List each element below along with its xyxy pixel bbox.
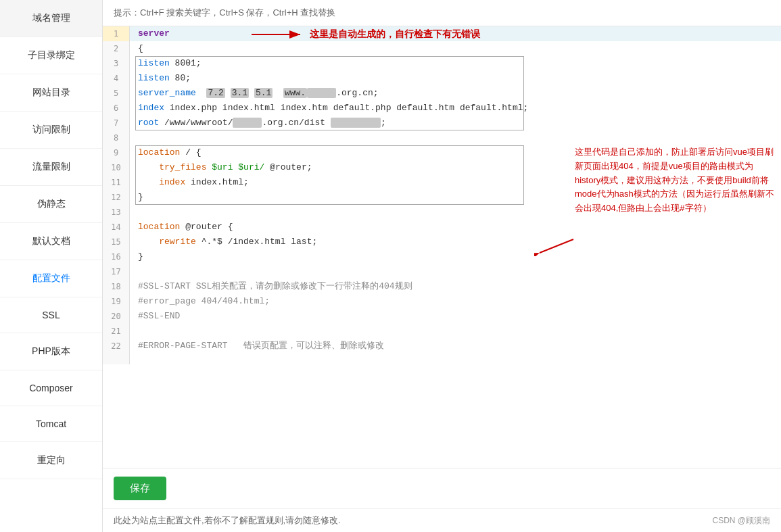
line-num-21: 21 — [103, 324, 129, 339]
code-line-12: } — [130, 190, 781, 205]
hint-bar: 提示：Ctrl+F 搜索关键字，Ctrl+S 保存，Ctrl+H 查找替换 — [103, 0, 781, 26]
save-button[interactable]: 保存 — [114, 477, 166, 500]
code-line-4: listen 80; — [130, 71, 781, 86]
line-num-1: 1 — [103, 26, 129, 41]
sidebar-item-pseudo[interactable]: 伪静态 — [0, 186, 102, 223]
code-line-9: location / { — [130, 145, 781, 160]
editor-wrapper[interactable]: 1 2 3 4 5 6 7 8 9 10 11 12 13 14 15 16 1… — [103, 26, 781, 468]
code-line-6: index index.php index.html index.htm def… — [130, 101, 781, 116]
code-line-7: root /www/wwwroot/ .org.cn/dist ; — [130, 116, 781, 130]
line-num-8: 8 — [103, 130, 129, 145]
line-num-19: 19 — [103, 294, 129, 309]
footer-note: 此处为站点主配置文件,若你不了解配置规则,请勿随意修改. — [103, 508, 781, 532]
code-line-20: #SSL-END — [130, 309, 781, 324]
line-numbers: 1 2 3 4 5 6 7 8 9 10 11 12 13 14 15 16 1… — [103, 26, 130, 364]
code-line-3: listen 8001; — [130, 56, 781, 71]
code-line-13 — [130, 205, 781, 220]
line-num-9: 9 — [103, 145, 129, 160]
line-num-5: 5 — [103, 86, 129, 101]
code-line-17 — [130, 264, 781, 279]
line-num-20: 20 — [103, 309, 129, 324]
sidebar: 域名管理 子目录绑定 网站目录 访问限制 流量限制 伪静态 默认文档 配置文件 … — [0, 0, 103, 532]
sidebar-item-redirect[interactable]: 重定向 — [0, 442, 102, 479]
code-line-2: { — [130, 41, 781, 56]
code-line-19: #error_page 404/404.html; — [130, 294, 781, 309]
sidebar-item-php[interactable]: PHP版本 — [0, 333, 102, 370]
code-line-1: server — [130, 26, 781, 41]
code-line-21 — [130, 324, 781, 339]
line-num-15: 15 — [103, 235, 129, 249]
line-num-4: 4 — [103, 71, 129, 86]
sidebar-item-default-doc[interactable]: 默认文档 — [0, 223, 102, 260]
code-line-16: } — [130, 249, 781, 264]
sidebar-item-tomcat[interactable]: Tomcat — [0, 406, 102, 442]
sidebar-item-ssl[interactable]: SSL — [0, 297, 102, 333]
save-area: 保存 — [103, 468, 781, 508]
line-num-16: 16 — [103, 249, 129, 264]
line-num-17: 17 — [103, 264, 129, 279]
sidebar-item-domain[interactable]: 域名管理 — [0, 0, 102, 37]
code-line-11: index index.html; — [130, 175, 781, 190]
line-num-14: 14 — [103, 220, 129, 235]
code-line-15: rewrite ^.*$ /index.html last; — [130, 235, 781, 249]
csdn-watermark: CSDN @顾溪南 — [712, 515, 770, 527]
line-num-10: 10 — [103, 160, 129, 175]
line-num-2: 2 — [103, 41, 129, 56]
line-num-13: 13 — [103, 205, 129, 220]
line-num-18: 18 — [103, 279, 129, 294]
sidebar-item-webroot[interactable]: 网站目录 — [0, 74, 102, 112]
line-num-6: 6 — [103, 101, 129, 116]
line-num-11: 11 — [103, 175, 129, 190]
hint-text: 提示：Ctrl+F 搜索关键字，Ctrl+S 保存，Ctrl+H 查找替换 — [114, 7, 335, 18]
footer-note-text: 此处为站点主配置文件,若你不了解配置规则,请勿随意修改. — [114, 515, 341, 525]
sidebar-item-access[interactable]: 访问限制 — [0, 112, 102, 149]
sidebar-item-subdir[interactable]: 子目录绑定 — [0, 37, 102, 74]
code-line-5: server_name 7.2 3.1 5.1 www. .org.cn; — [130, 86, 781, 101]
code-line-10: try_files $uri $uri/ @router; — [130, 160, 781, 175]
line-num-22: 22 — [103, 339, 129, 354]
line-num-7: 7 — [103, 116, 129, 130]
sidebar-item-config[interactable]: 配置文件 — [0, 260, 102, 297]
code-line-8 — [130, 130, 781, 145]
code-line-14: location @router { — [130, 220, 781, 235]
code-editor[interactable]: 这里是自动生成的，自行检查下有无错误 这里代码是自己添加的，防止部署后访问vue… — [130, 26, 781, 364]
line-num-12: 12 — [103, 190, 129, 205]
code-line-18: #SSL-START SSL相关配置，请勿删除或修改下一行带注释的404规则 — [130, 279, 781, 294]
code-line-22: #ERROR-PAGE-START 错误页配置，可以注释、删除或修改 — [130, 339, 781, 354]
sidebar-item-traffic[interactable]: 流量限制 — [0, 149, 102, 186]
line-num-3: 3 — [103, 56, 129, 71]
main-content: 提示：Ctrl+F 搜索关键字，Ctrl+S 保存，Ctrl+H 查找替换 1 … — [103, 0, 781, 532]
sidebar-item-composer[interactable]: Composer — [0, 370, 102, 406]
